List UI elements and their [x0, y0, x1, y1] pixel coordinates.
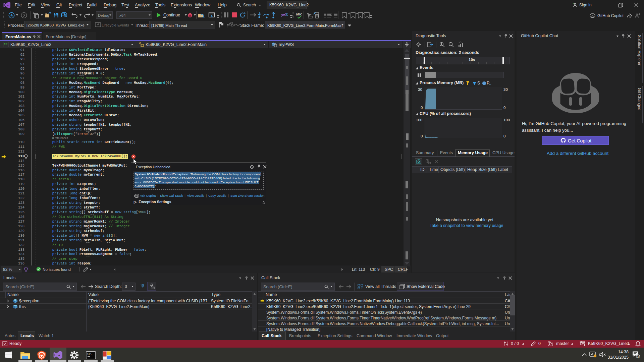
svg-text:C:\: C:\ [87, 353, 92, 355]
svg-text:3: 3 [637, 355, 639, 358]
